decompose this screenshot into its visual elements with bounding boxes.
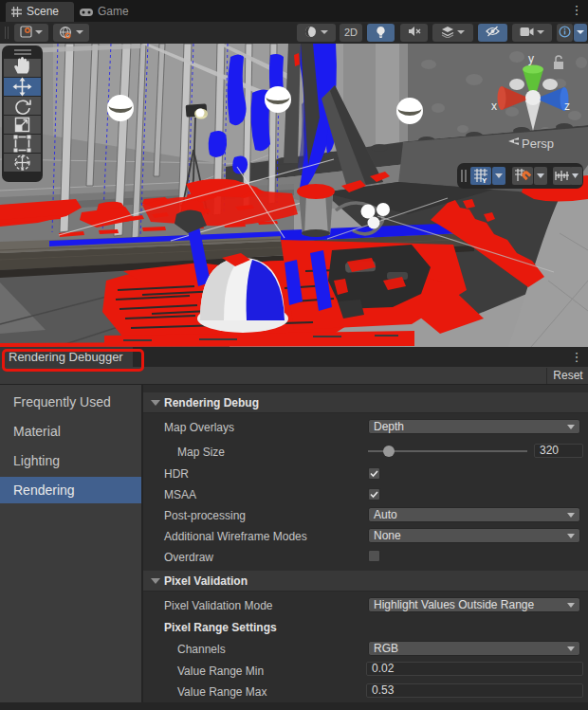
svg-text:x: x bbox=[491, 100, 497, 113]
svg-text:Y: Y bbox=[482, 176, 487, 185]
svg-text:Persp: Persp bbox=[522, 137, 554, 151]
svg-text:y: y bbox=[528, 52, 534, 65]
svg-text:z: z bbox=[564, 100, 570, 113]
